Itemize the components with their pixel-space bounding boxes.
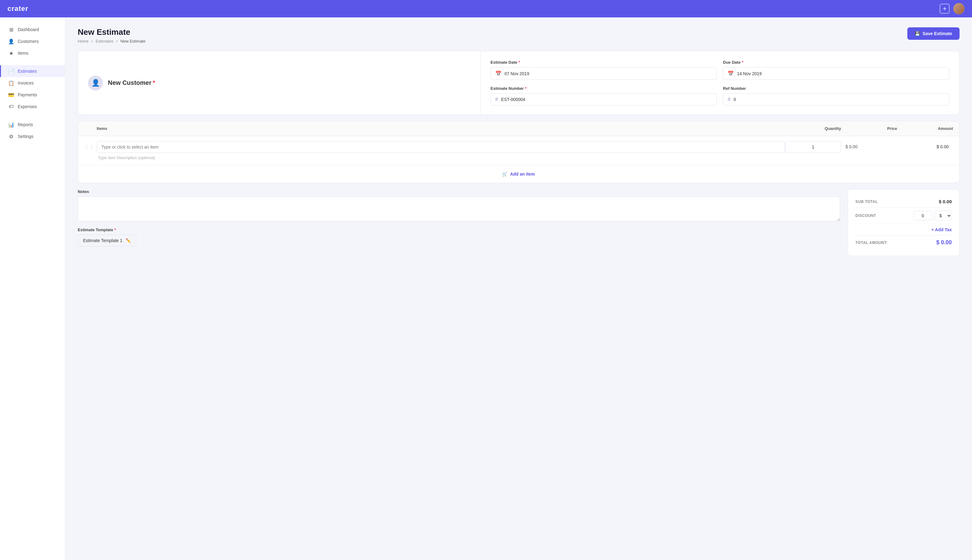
- sidebar-item-label-settings: Settings: [18, 134, 33, 139]
- sidebar-item-reports[interactable]: 📊 Reports: [0, 119, 65, 130]
- discount-row: DISCOUNT $ %: [855, 207, 952, 224]
- price-col-header: Price: [841, 126, 897, 131]
- estimate-number-label: Estimate Number*: [491, 86, 717, 91]
- avatar-image: [954, 3, 965, 14]
- notes-textarea[interactable]: [78, 197, 840, 221]
- page-title-area: New Estimate Home / Estimates / New Esti…: [78, 27, 145, 43]
- sidebar-item-invoices[interactable]: 📋 Invoices: [0, 77, 65, 89]
- add-button[interactable]: +: [940, 4, 950, 14]
- sidebar-item-items[interactable]: ★ Items: [0, 47, 65, 59]
- sidebar-item-expenses[interactable]: 🏷 Expenses: [0, 101, 65, 112]
- customer-dates-card: 👤 New Customer* Estimate Date* 📅: [78, 51, 960, 115]
- estimate-number-input[interactable]: #: [491, 93, 717, 106]
- estimate-number-field[interactable]: [501, 97, 712, 102]
- drag-handle-icon[interactable]: ⋮⋮: [84, 141, 97, 150]
- item-input-group: Type Item Description (optional): [97, 141, 785, 160]
- sub-total-value: $ 0.00: [939, 199, 952, 204]
- customer-label[interactable]: New Customer*: [108, 79, 155, 87]
- document2-icon: 📋: [8, 80, 14, 86]
- app-body: ⊞ Dashboard 👤 Customers ★ Items 📄 Estima…: [0, 17, 972, 560]
- sidebar-item-settings[interactable]: ⚙ Settings: [0, 130, 65, 142]
- document-icon: 📄: [8, 68, 14, 74]
- due-calendar-icon: 📅: [728, 70, 734, 77]
- cart-icon: 🛒: [502, 172, 508, 177]
- sidebar-item-estimates[interactable]: 📄 Estimates: [0, 65, 65, 77]
- items-card: Items Quantity Price Amount ⋮⋮ Type Item…: [78, 121, 960, 183]
- sidebar-item-dashboard[interactable]: ⊞ Dashboard: [0, 23, 65, 35]
- due-date-label-text: Due Date: [723, 60, 740, 65]
- estimate-number-group: Estimate Number* #: [491, 86, 717, 106]
- due-date-field[interactable]: [737, 71, 945, 76]
- topnav-right: +: [940, 3, 965, 14]
- quantity-col-header: Quantity: [785, 126, 841, 131]
- notes-label: Notes: [78, 189, 840, 194]
- ref-hash-icon: #: [728, 97, 730, 102]
- hash-icon: #: [495, 97, 498, 102]
- avatar: [954, 3, 965, 14]
- sidebar-item-label-items: Items: [18, 51, 28, 56]
- customer-name-text: New Customer: [108, 79, 152, 86]
- items-col-header: Items: [97, 126, 785, 131]
- add-tax-button[interactable]: + Add Tax: [931, 227, 952, 232]
- sidebar-item-payments[interactable]: 💳 Payments: [0, 89, 65, 101]
- items-header-drag: [84, 126, 97, 131]
- ref-number-label: Ref Number: [723, 86, 949, 91]
- save-estimate-button[interactable]: 💾 Save Estimate: [907, 27, 960, 40]
- items-table-header: Items Quantity Price Amount: [78, 121, 959, 136]
- template-label-text: Estimate Template: [78, 227, 113, 232]
- save-button-label: Save Estimate: [923, 31, 952, 36]
- ref-number-input[interactable]: #: [723, 93, 949, 106]
- table-row: ⋮⋮ Type Item Description (optional) $ 0.…: [78, 136, 959, 165]
- gear-icon: ⚙: [8, 133, 14, 139]
- breadcrumb-home[interactable]: Home: [78, 39, 89, 43]
- estimate-date-required: *: [519, 60, 520, 65]
- template-label: Estimate Template*: [78, 227, 840, 232]
- due-date-label: Due Date*: [723, 60, 949, 65]
- star-icon: ★: [8, 50, 14, 56]
- discount-type-select[interactable]: $ %: [935, 211, 952, 221]
- discount-value-input[interactable]: [914, 211, 932, 220]
- totals-section: SUB TOTAL $ 0.00 DISCOUNT $ %: [848, 189, 960, 256]
- card-icon: 💳: [8, 92, 14, 98]
- estimate-date-input[interactable]: 📅: [491, 67, 717, 80]
- sidebar-item-customers[interactable]: 👤 Customers: [0, 35, 65, 47]
- customer-required: *: [153, 79, 155, 86]
- quantity-cell: [785, 141, 841, 153]
- total-amount-label: TOTAL AMOUNT:: [855, 240, 887, 245]
- calendar-icon: 📅: [495, 70, 501, 77]
- sidebar-item-label-invoices: Invoices: [18, 80, 33, 85]
- add-tax-row: + Add Tax: [855, 224, 952, 235]
- breadcrumb-sep1: /: [92, 39, 93, 43]
- due-date-group: Due Date* 📅: [723, 60, 949, 80]
- topnav: crater +: [0, 0, 972, 17]
- discount-label: DISCOUNT: [855, 213, 876, 218]
- tag-icon: 🏷: [8, 104, 14, 109]
- ref-number-field[interactable]: [733, 97, 945, 102]
- customer-section: 👤 New Customer*: [78, 51, 481, 114]
- add-item-button[interactable]: 🛒 Add an Item: [502, 172, 535, 177]
- sidebar-item-label-dashboard: Dashboard: [18, 27, 39, 32]
- template-selector[interactable]: Estimate Template 1 ✏️: [78, 235, 136, 247]
- estimate-number-required: *: [525, 86, 526, 91]
- template-section: Estimate Template* Estimate Template 1 ✏…: [78, 227, 840, 247]
- logo: crater: [7, 5, 28, 13]
- template-required: *: [114, 227, 116, 232]
- sidebar-item-label-expenses: Expenses: [18, 104, 37, 109]
- chart-icon: 📊: [8, 122, 14, 127]
- breadcrumb-sep2: /: [116, 39, 117, 43]
- item-search-input[interactable]: [97, 141, 785, 153]
- discount-inputs: $ %: [914, 211, 952, 221]
- estimate-number-label-text: Estimate Number: [491, 86, 524, 91]
- breadcrumb-estimates[interactable]: Estimates: [96, 39, 114, 43]
- amount-col-header: Amount: [897, 126, 953, 131]
- estimate-date-field[interactable]: [504, 71, 712, 76]
- sub-total-row: SUB TOTAL $ 0.00: [855, 196, 952, 207]
- item-description-input[interactable]: Type Item Description (optional): [97, 155, 785, 160]
- quantity-input[interactable]: [785, 141, 841, 153]
- grid-icon: ⊞: [8, 27, 14, 32]
- estimate-date-group: Estimate Date* 📅: [491, 60, 717, 80]
- due-date-input[interactable]: 📅: [723, 67, 949, 80]
- due-date-required: *: [742, 60, 743, 65]
- ref-number-group: Ref Number #: [723, 86, 949, 106]
- amount-cell: $ 0.00: [897, 141, 953, 152]
